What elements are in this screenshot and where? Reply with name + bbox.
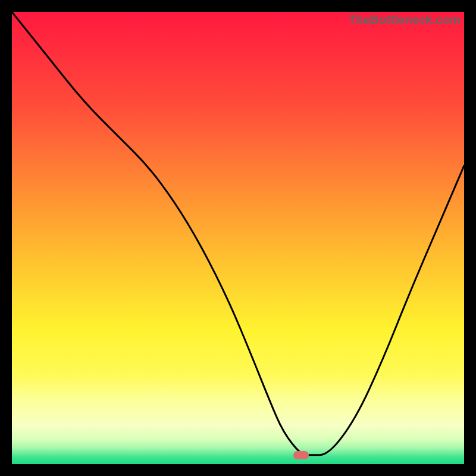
bottleneck-curve [12,12,464,464]
chart-frame: TheBottleneck.com [0,0,476,476]
optimal-marker [293,451,309,459]
watermark-text: TheBottleneck.com [349,13,461,27]
plot-area: TheBottleneck.com [12,12,464,464]
